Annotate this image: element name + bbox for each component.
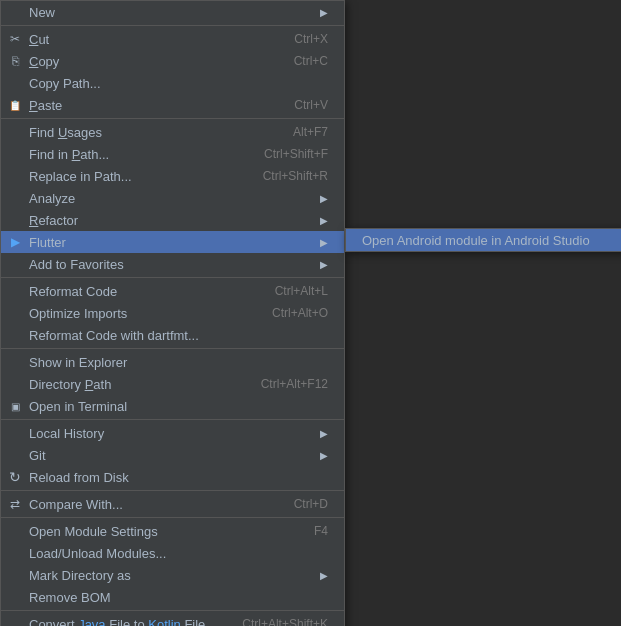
menu-item-replace-in-path[interactable]: Replace in Path... Ctrl+Shift+R <box>1 165 344 187</box>
copy-icon <box>7 53 23 69</box>
submenu-arrow-local-history: ▶ <box>320 428 328 439</box>
flutter-submenu: Open Android module in Android Studio <box>345 228 621 252</box>
menu-item-convert-java-kotlin[interactable]: Convert Java File to Kotlin File Ctrl+Al… <box>1 613 344 626</box>
menu-item-open-terminal[interactable]: ▣ Open in Terminal <box>1 395 344 417</box>
menu-item-reload-from-disk[interactable]: Reload from Disk <box>1 466 344 488</box>
menu-item-copy[interactable]: Copy Ctrl+C <box>1 50 344 72</box>
terminal-icon: ▣ <box>7 398 23 414</box>
submenu-item-open-android[interactable]: Open Android module in Android Studio <box>346 229 621 251</box>
flutter-icon: ▶ <box>7 234 23 250</box>
submenu-arrow-git: ▶ <box>320 450 328 461</box>
context-menu: New ▶ Cut Ctrl+X Copy Ctrl+C Copy Path..… <box>0 0 345 626</box>
menu-item-analyze[interactable]: Analyze ▶ <box>1 187 344 209</box>
submenu-arrow-favorites: ▶ <box>320 259 328 270</box>
menu-item-remove-bom[interactable]: Remove BOM <box>1 586 344 608</box>
separator-7 <box>1 517 344 518</box>
menu-item-reformat-dartfmt[interactable]: Reformat Code with dartfmt... <box>1 324 344 346</box>
submenu-arrow-analyze: ▶ <box>320 193 328 204</box>
menu-item-refactor[interactable]: Refactor ▶ <box>1 209 344 231</box>
menu-item-load-unload[interactable]: Load/Unload Modules... <box>1 542 344 564</box>
submenu-item-label: Open Android module in Android Studio <box>362 233 590 248</box>
submenu-arrow-refactor: ▶ <box>320 215 328 226</box>
separator-4 <box>1 348 344 349</box>
menu-item-copy-path[interactable]: Copy Path... <box>1 72 344 94</box>
submenu-arrow-flutter: ▶ <box>320 237 328 248</box>
menu-item-find-usages[interactable]: Find Usages Alt+F7 <box>1 121 344 143</box>
menu-item-git[interactable]: Git ▶ <box>1 444 344 466</box>
menu-item-show-explorer[interactable]: Show in Explorer <box>1 351 344 373</box>
separator-2 <box>1 118 344 119</box>
menu-item-mark-directory[interactable]: Mark Directory as ▶ <box>1 564 344 586</box>
menu-item-flutter[interactable]: ▶ Flutter ▶ <box>1 231 344 253</box>
menu-item-find-in-path[interactable]: Find in Path... Ctrl+Shift+F <box>1 143 344 165</box>
menu-item-directory-path[interactable]: Directory Path Ctrl+Alt+F12 <box>1 373 344 395</box>
separator-5 <box>1 419 344 420</box>
menu-item-new[interactable]: New ▶ <box>1 1 344 23</box>
scissors-icon <box>7 31 23 47</box>
separator-3 <box>1 277 344 278</box>
menu-item-open-module-settings[interactable]: Open Module Settings F4 <box>1 520 344 542</box>
menu-item-optimize-imports[interactable]: Optimize Imports Ctrl+Alt+O <box>1 302 344 324</box>
paste-icon <box>7 97 23 113</box>
separator-6 <box>1 490 344 491</box>
submenu-arrow-new: ▶ <box>320 7 328 18</box>
separator-1 <box>1 25 344 26</box>
menu-item-paste[interactable]: Paste Ctrl+V <box>1 94 344 116</box>
menu-item-cut[interactable]: Cut Ctrl+X <box>1 28 344 50</box>
menu-item-compare-with[interactable]: ⇄ Compare With... Ctrl+D <box>1 493 344 515</box>
menu-item-add-to-favorites[interactable]: Add to Favorites ▶ <box>1 253 344 275</box>
menu-item-local-history[interactable]: Local History ▶ <box>1 422 344 444</box>
submenu-arrow-mark-dir: ▶ <box>320 570 328 581</box>
reload-icon <box>7 469 23 485</box>
menu-item-reformat-code[interactable]: Reformat Code Ctrl+Alt+L <box>1 280 344 302</box>
separator-8 <box>1 610 344 611</box>
compare-icon: ⇄ <box>7 496 23 512</box>
